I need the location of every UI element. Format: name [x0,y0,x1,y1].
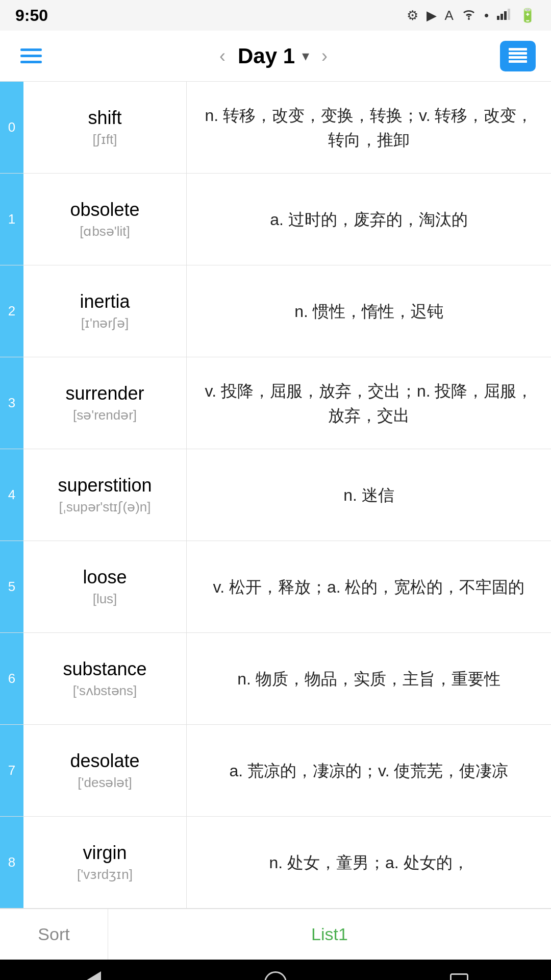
word-definition: n. 物质，物品，实质，主旨，重要性 [187,633,551,724]
word-text: loose [83,567,127,588]
status-bar: 9:50 ⚙ ▶ A • 🔋 [0,0,551,31]
word-definition: n. 转移，改变，变换，转换；v. 转移，改变，转向，推卸 [187,82,551,173]
nav-title-area: ‹ Day 1 ▾ › [214,44,333,68]
prev-button[interactable]: ‹ [214,45,231,67]
word-phonetic: [ɑbsə'lit] [80,224,130,239]
word-definition: v. 投降，屈服，放弃，交出；n. 投降，屈服，放弃，交出 [187,357,551,449]
word-index: 1 [0,174,23,265]
nav-bar: ‹ Day 1 ▾ › [0,31,551,82]
android-recent-button[interactable] [444,967,474,980]
gear-icon: ⚙ [407,8,418,23]
dot-icon: • [484,8,489,23]
svg-rect-4 [508,9,510,20]
word-text: surrender [65,383,144,404]
sort-tab[interactable]: Sort [0,909,108,960]
status-time: 9:50 [15,6,48,25]
android-back-button[interactable] [77,967,107,980]
wifi-icon [462,8,476,23]
word-index: 0 [0,82,23,173]
sort-tab-label: Sort [38,924,69,944]
word-phonetic: [ˌsupər'stɪʃ(ə)n] [59,499,151,515]
word-row[interactable]: 8 virgin ['vɜrdʒɪn] n. 处女，童男；a. 处女的， [0,817,551,909]
dropdown-arrow-icon[interactable]: ▾ [302,47,309,64]
word-index: 3 [0,357,23,449]
word-col: obsolete [ɑbsə'lit] [23,174,187,265]
word-row[interactable]: 7 desolate ['desələt] a. 荒凉的，凄凉的；v. 使荒芜，… [0,725,551,817]
word-col: shift [ʃɪft] [23,82,187,173]
android-home-button[interactable] [260,967,291,980]
list-view-button[interactable] [500,41,536,71]
word-row[interactable]: 3 surrender [sə'rendər] v. 投降，屈服，放弃，交出；n… [0,357,551,449]
word-col: loose [lus] [23,541,187,632]
svg-rect-3 [504,11,507,20]
word-phonetic: [lus] [93,591,117,607]
word-definition: n. 迷信 [187,449,551,541]
word-phonetic: ['sʌbstəns] [73,683,137,699]
word-definition: a. 过时的，废弃的，淘汰的 [187,174,551,265]
word-text: inertia [80,291,130,312]
svg-rect-8 [509,60,527,63]
word-text: desolate [70,750,139,772]
word-text: obsolete [70,199,139,220]
signal-icon [497,8,511,23]
svg-rect-6 [509,52,527,55]
word-definition: n. 处女，童男；a. 处女的， [187,817,551,908]
word-text: virgin [83,842,127,864]
word-col: inertia [ɪ'nərʃə] [23,265,187,357]
word-index: 6 [0,633,23,724]
word-row[interactable]: 4 superstition [ˌsupər'stɪʃ(ə)n] n. 迷信 [0,449,551,541]
word-phonetic: ['desələt] [78,775,132,791]
word-row[interactable]: 2 inertia [ɪ'nərʃə] n. 惯性，惰性，迟钝 [0,265,551,357]
svg-rect-5 [509,48,527,51]
word-index: 2 [0,265,23,357]
word-phonetic: ['vɜrdʒɪn] [77,867,133,883]
word-col: surrender [sə'rendər] [23,357,187,449]
word-definition: v. 松开，释放；a. 松的，宽松的，不牢固的 [187,541,551,632]
word-index: 8 [0,817,23,908]
word-index: 4 [0,449,23,541]
play-icon: ▶ [427,8,437,23]
word-definition: a. 荒凉的，凄凉的；v. 使荒芜，使凄凉 [187,725,551,816]
word-phonetic: [sə'rendər] [73,407,137,423]
svg-point-0 [468,18,470,20]
list1-tab-label: List1 [311,924,348,944]
svg-rect-1 [497,16,499,20]
word-index: 5 [0,541,23,632]
word-col: superstition [ˌsupər'stɪʃ(ə)n] [23,449,187,541]
list1-tab[interactable]: List1 [108,909,551,960]
word-col: desolate ['desələt] [23,725,187,816]
bottom-tab-bar: Sort List1 [0,909,551,960]
word-col: substance ['sʌbstəns] [23,633,187,724]
status-icons: ⚙ ▶ A • 🔋 [407,8,536,23]
day-title: Day 1 [238,44,295,68]
menu-button[interactable] [15,43,47,68]
svg-rect-2 [500,14,503,20]
android-nav-bar [0,960,551,980]
next-button[interactable]: › [316,45,333,67]
word-text: superstition [58,475,152,496]
word-text: substance [63,658,146,680]
font-icon: A [445,8,454,23]
word-row[interactable]: 0 shift [ʃɪft] n. 转移，改变，变换，转换；v. 转移，改变，转… [0,82,551,174]
word-phonetic: [ʃɪft] [93,132,117,148]
word-row[interactable]: 5 loose [lus] v. 松开，释放；a. 松的，宽松的，不牢固的 [0,541,551,633]
word-list: 0 shift [ʃɪft] n. 转移，改变，变换，转换；v. 转移，改变，转… [0,82,551,909]
word-index: 7 [0,725,23,816]
word-row[interactable]: 1 obsolete [ɑbsə'lit] a. 过时的，废弃的，淘汰的 [0,174,551,265]
word-phonetic: [ɪ'nərʃə] [81,315,129,331]
word-col: virgin ['vɜrdʒɪn] [23,817,187,908]
battery-icon: 🔋 [519,8,536,23]
svg-rect-7 [509,56,527,59]
word-row[interactable]: 6 substance ['sʌbstəns] n. 物质，物品，实质，主旨，重… [0,633,551,725]
word-definition: n. 惯性，惰性，迟钝 [187,265,551,357]
word-text: shift [88,107,121,129]
